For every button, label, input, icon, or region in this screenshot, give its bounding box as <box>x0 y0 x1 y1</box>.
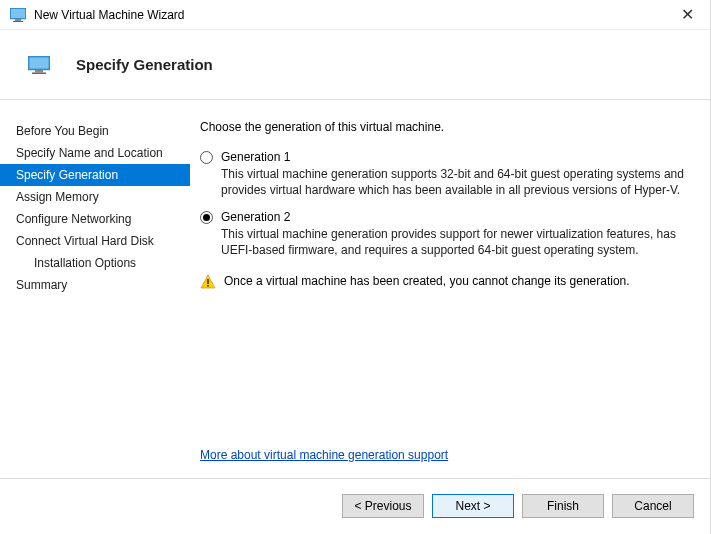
sidebar-item-installation-options[interactable]: Installation Options <box>0 252 190 274</box>
window-title: New Virtual Machine Wizard <box>34 8 675 22</box>
warning-icon <box>200 274 216 290</box>
close-button[interactable]: ✕ <box>675 5 700 24</box>
svg-rect-7 <box>32 72 46 74</box>
gen1-description: This virtual machine generation supports… <box>221 167 690 198</box>
sidebar-item-summary[interactable]: Summary <box>0 274 190 296</box>
gen2-label: Generation 2 <box>221 210 690 224</box>
wizard-footer: < Previous Next > Finish Cancel <box>0 478 710 532</box>
radio-generation-1[interactable] <box>200 151 213 164</box>
svg-rect-9 <box>207 285 209 287</box>
finish-button[interactable]: Finish <box>522 494 604 518</box>
svg-rect-6 <box>35 70 43 73</box>
wizard-header: Specify Generation <box>0 30 710 100</box>
option-generation-2[interactable]: Generation 2 This virtual machine genera… <box>200 210 690 258</box>
option-body-gen2: Generation 2 This virtual machine genera… <box>221 210 690 258</box>
warning-row: Once a virtual machine has been created,… <box>200 274 690 290</box>
wizard-body: Before You Begin Specify Name and Locati… <box>0 100 710 478</box>
titlebar: New Virtual Machine Wizard ✕ <box>0 0 710 30</box>
radio-generation-2[interactable] <box>200 211 213 224</box>
sidebar-item-configure-networking[interactable]: Configure Networking <box>0 208 190 230</box>
svg-rect-2 <box>15 19 21 21</box>
previous-button[interactable]: < Previous <box>342 494 424 518</box>
content-spacer <box>200 290 690 448</box>
sidebar-item-before-you-begin[interactable]: Before You Begin <box>0 120 190 142</box>
page-title: Specify Generation <box>76 56 213 73</box>
wizard-window: New Virtual Machine Wizard ✕ Specify Gen… <box>0 0 711 534</box>
more-info-link[interactable]: More about virtual machine generation su… <box>200 448 690 462</box>
header-icon <box>28 56 50 74</box>
sidebar-item-connect-vhd[interactable]: Connect Virtual Hard Disk <box>0 230 190 252</box>
wizard-sidebar: Before You Begin Specify Name and Locati… <box>0 100 190 478</box>
instruction-text: Choose the generation of this virtual ma… <box>200 120 690 134</box>
option-body-gen1: Generation 1 This virtual machine genera… <box>221 150 690 198</box>
sidebar-item-specify-name-location[interactable]: Specify Name and Location <box>0 142 190 164</box>
svg-rect-5 <box>30 57 49 68</box>
sidebar-item-assign-memory[interactable]: Assign Memory <box>0 186 190 208</box>
gen2-description: This virtual machine generation provides… <box>221 227 690 258</box>
gen1-label: Generation 1 <box>221 150 690 164</box>
svg-rect-8 <box>207 279 209 284</box>
app-icon <box>10 8 26 22</box>
cancel-button[interactable]: Cancel <box>612 494 694 518</box>
svg-rect-1 <box>11 9 25 18</box>
sidebar-item-specify-generation[interactable]: Specify Generation <box>0 164 190 186</box>
next-button[interactable]: Next > <box>432 494 514 518</box>
warning-text: Once a virtual machine has been created,… <box>224 274 630 288</box>
wizard-content: Choose the generation of this virtual ma… <box>190 100 710 478</box>
svg-rect-3 <box>13 21 23 22</box>
option-generation-1[interactable]: Generation 1 This virtual machine genera… <box>200 150 690 198</box>
